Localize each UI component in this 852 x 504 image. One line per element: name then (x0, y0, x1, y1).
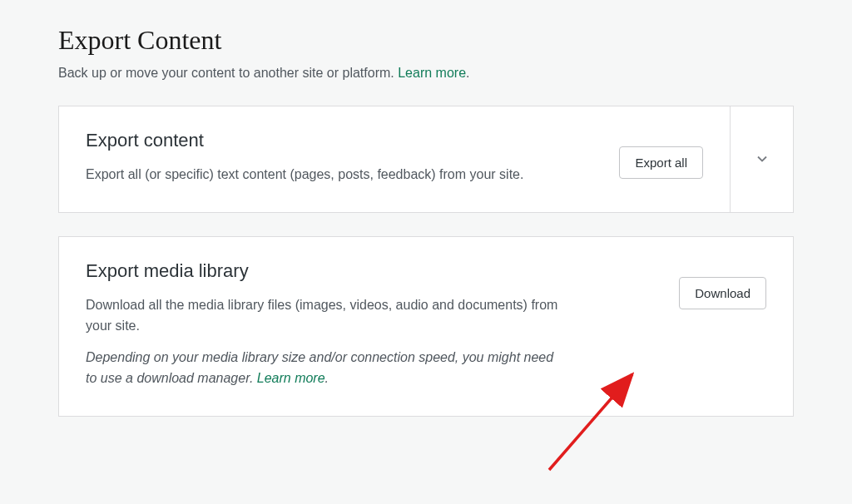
export-content-card: Export content Export all (or specific) … (58, 106, 794, 213)
export-media-title: Export media library (86, 260, 560, 282)
export-content-textblock: Export content Export all (or specific) … (86, 130, 560, 185)
expand-toggle[interactable] (730, 106, 793, 212)
export-media-card: Export media library Download all the me… (58, 236, 794, 417)
page-subtitle: Back up or move your content to another … (58, 66, 794, 81)
page-title: Export Content (58, 25, 794, 56)
export-media-main: Export media library Download all the me… (59, 237, 793, 416)
export-media-learn-more-link[interactable]: Learn more (257, 371, 325, 385)
export-media-desc: Download all the media library files (im… (86, 295, 560, 337)
export-media-textblock: Export media library Download all the me… (86, 260, 560, 389)
export-content-desc: Export all (or specific) text content (p… (86, 165, 560, 185)
export-media-learn-more-text: Learn more (257, 371, 325, 385)
period-2: . (325, 371, 329, 385)
export-content-title: Export content (86, 130, 560, 151)
learn-more-link[interactable]: Learn more (398, 66, 466, 80)
export-content-main: Export content Export all (or specific) … (59, 106, 730, 212)
export-all-button[interactable]: Export all (619, 146, 703, 179)
learn-more-text: Learn more (398, 66, 466, 80)
chevron-down-icon (754, 151, 770, 167)
page-subtitle-text: Back up or move your content to another … (58, 66, 398, 80)
download-button[interactable]: Download (679, 277, 766, 309)
export-media-note: Depending on your media library size and… (86, 348, 560, 389)
period: . (466, 66, 469, 80)
